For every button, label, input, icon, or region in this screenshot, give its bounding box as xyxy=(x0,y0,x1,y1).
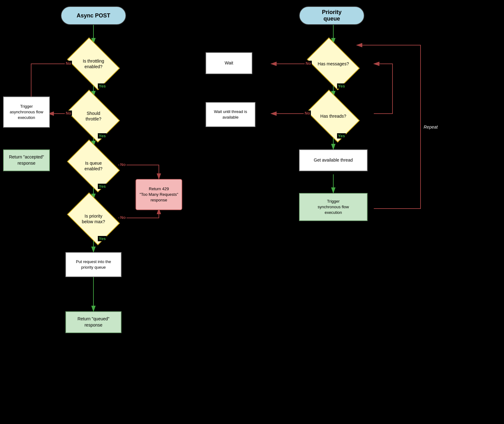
has-threads-diamond-wrap: Has threads? xyxy=(308,96,358,136)
has-threads-diamond xyxy=(307,90,360,143)
should-throttle-diamond-wrap: Should throttle? xyxy=(69,96,118,136)
async-post-oval: Async POST xyxy=(61,6,126,25)
is-throttling-diamond-wrap: Is throttling enabled? xyxy=(69,44,118,84)
trigger-async-box: Trigger asynchronous flow execution xyxy=(3,97,50,128)
return-429-box: Return 429 "Too Many Requests" response xyxy=(136,179,182,210)
wait-until-thread-box: Wait until thread is available xyxy=(206,102,255,127)
is-queue-enabled-diamond-wrap: Is queue enabled? xyxy=(69,146,118,186)
has-threads-yes-label: Yes xyxy=(337,133,346,139)
queue-enabled-yes-label: Yes xyxy=(98,184,107,189)
repeat-label: Repeat xyxy=(424,125,438,130)
priority-queue-oval: Priority queue xyxy=(299,6,364,25)
is-priority-diamond xyxy=(67,192,120,245)
has-threads-no-label: No xyxy=(304,111,311,116)
queue-enabled-no-label: No xyxy=(119,162,126,167)
should-throttle-yes-label: Yes xyxy=(98,133,107,139)
throttling-yes-label: Yes xyxy=(98,83,107,89)
put-request-box: Put request into the priority queue xyxy=(65,252,121,277)
has-messages-yes-label: Yes xyxy=(337,83,346,89)
is-priority-diamond-wrap: Is priority below max? xyxy=(69,199,118,239)
has-messages-diamond xyxy=(307,37,360,90)
return-queued-box: Return "queued" response xyxy=(65,311,121,333)
should-throttle-diamond xyxy=(67,90,120,143)
has-messages-diamond-wrap: Has messages? xyxy=(308,44,358,84)
is-throttling-diamond xyxy=(67,37,120,90)
is-queue-enabled-diamond xyxy=(67,139,120,192)
priority-yes-label: Yes xyxy=(98,236,107,241)
has-messages-no-label: No xyxy=(305,61,312,66)
priority-no-label: No xyxy=(119,215,126,220)
throttling-no-label: No xyxy=(65,61,72,66)
get-available-thread-box: Get available thread xyxy=(299,149,368,171)
should-throttle-no-label: No xyxy=(65,111,72,116)
flowchart: Async POST Priority queue Is throttling … xyxy=(0,0,504,424)
wait-box: Wait xyxy=(206,52,252,74)
return-accepted-box: Return "accepted" response xyxy=(3,149,50,171)
trigger-sync-box: Trigger synchronous flow execution xyxy=(299,193,368,221)
